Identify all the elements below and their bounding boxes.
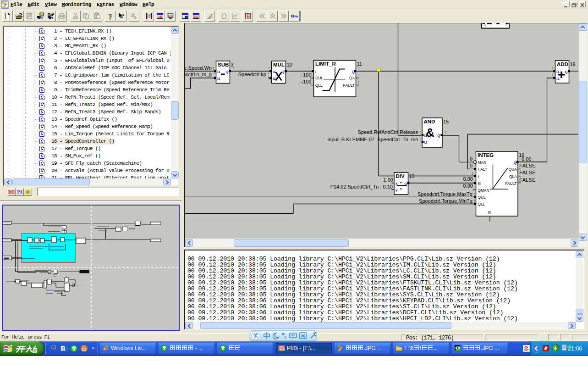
svg-text:FALSE: FALSE	[519, 177, 536, 183]
svg-text:0.00: 0.00	[463, 176, 473, 182]
svg-text::: :	[445, 130, 447, 134]
svg-text:I2: I2	[556, 77, 560, 81]
svg-text:13: 13	[409, 173, 415, 179]
svg-text:I1: I1	[556, 70, 560, 74]
svg-text:Q: Q	[404, 182, 407, 186]
svg-text::: :	[358, 80, 360, 84]
svg-text:DB: DB	[168, 14, 173, 17]
svg-text:Speedctrl.kp :: Speedctrl.kp :	[238, 72, 269, 77]
svg-text:FAULT: FAULT	[343, 83, 355, 88]
svg-text:AND: AND	[424, 119, 435, 124]
svg-text:: 100: : 100	[300, 72, 311, 78]
svg-text:SUB: SUB	[218, 62, 229, 67]
svg-text:Q: Q	[352, 70, 355, 74]
svg-text:DIV: DIV	[396, 173, 405, 179]
svg-text:Q: Q	[565, 70, 567, 74]
svg-text::: :	[552, 66, 553, 70]
svg-text:Speedctrl.Torque.MaxTq :: Speedctrl.Torque.MaxTq :	[418, 191, 475, 197]
svg-text:INTEG: INTEG	[478, 152, 494, 158]
svg-text:QUA: QUA	[509, 167, 517, 172]
svg-text:LIMIT_R: LIMIT_R	[315, 61, 336, 67]
svg-text:MUL: MUL	[273, 62, 285, 67]
svg-text:Q: Q	[437, 133, 440, 138]
svg-text:QUL: QUL	[478, 195, 486, 200]
svg-text:19: 19	[570, 61, 576, 67]
svg-text:&: &	[426, 126, 434, 139]
svg-text::: :	[233, 66, 235, 70]
svg-text:FALSE: FALSE	[519, 170, 536, 175]
svg-text:QLA: QLA	[509, 174, 517, 179]
svg-text:0: 0	[470, 156, 473, 161]
svg-text:DB: DB	[157, 15, 162, 19]
svg-text:I2: I2	[424, 140, 428, 145]
svg-text:Y: Y	[396, 189, 398, 193]
svg-text:0: 0	[470, 163, 473, 168]
svg-text:Speedctrl.Torque.MinTq :: Speedctrl.Torque.MinTq :	[419, 198, 475, 204]
svg-text:MAN: MAN	[478, 160, 486, 165]
svg-text:e.Speed.Wn :: e.Speed.Wn :	[184, 65, 214, 71]
svg-text::: :	[309, 66, 311, 70]
svg-text:?: ?	[109, 12, 113, 20]
svg-text:IV: IV	[488, 210, 491, 215]
svg-text:P80i: P80i	[279, 348, 285, 350]
svg-text:FAULT: FAULT	[505, 181, 517, 186]
svg-text:QA: QA	[349, 76, 355, 80]
svg-text:I2: I2	[217, 77, 220, 81]
svg-text:Speed.RefAndCtrl.Release :: Speed.RefAndCtrl.Release :	[357, 129, 421, 135]
svg-text:I1: I1	[217, 70, 220, 74]
svg-text:QLL: QLL	[315, 83, 323, 88]
svg-text:I1: I1	[273, 70, 276, 74]
svg-text:I: I	[478, 174, 479, 179]
svg-text:QMAN: QMAN	[478, 188, 489, 193]
svg-text::: :	[269, 66, 270, 70]
svg-text::: :	[472, 171, 473, 176]
svg-text:I: I	[315, 70, 316, 74]
svg-text::: :	[552, 72, 553, 77]
svg-text:Q: Q	[514, 161, 517, 165]
svg-text::: :	[358, 66, 360, 70]
svg-text:QUL: QUL	[315, 76, 323, 80]
svg-text:Input_B.KLEMME.07_SpeedCtrl_Tn: Input_B.KLEMME.07_SpeedCtrl_Tn_Inh :	[327, 137, 421, 142]
svg-text:P14.02.SpeedCtrl_Tn : 0.10: P14.02.SpeedCtrl_Tn : 0.10	[330, 184, 393, 189]
svg-text:QLL: QLL	[478, 202, 485, 206]
svg-text:1.00: 1.00	[384, 177, 393, 183]
svg-text:0.00: 0.00	[463, 183, 473, 189]
svg-text:0.00: 0.00	[522, 156, 531, 162]
svg-text:FALSE: FALSE	[519, 163, 536, 168]
svg-text:ADD: ADD	[557, 61, 568, 67]
svg-text:Q: Q	[225, 70, 228, 74]
svg-text:15: 15	[443, 119, 449, 124]
svg-text::: :	[289, 66, 291, 70]
svg-text:: -100: : -100	[298, 79, 311, 84]
svg-text:KI: KI	[478, 181, 482, 186]
svg-text:ncctrl.n_rs_g :: ncctrl.n_rs_g :	[184, 72, 214, 77]
svg-text:X: X	[396, 182, 398, 186]
svg-text:Q: Q	[281, 70, 284, 74]
svg-text::: :	[358, 72, 360, 77]
svg-text:?: ?	[121, 13, 124, 19]
svg-text:HALT: HALT	[478, 167, 488, 172]
